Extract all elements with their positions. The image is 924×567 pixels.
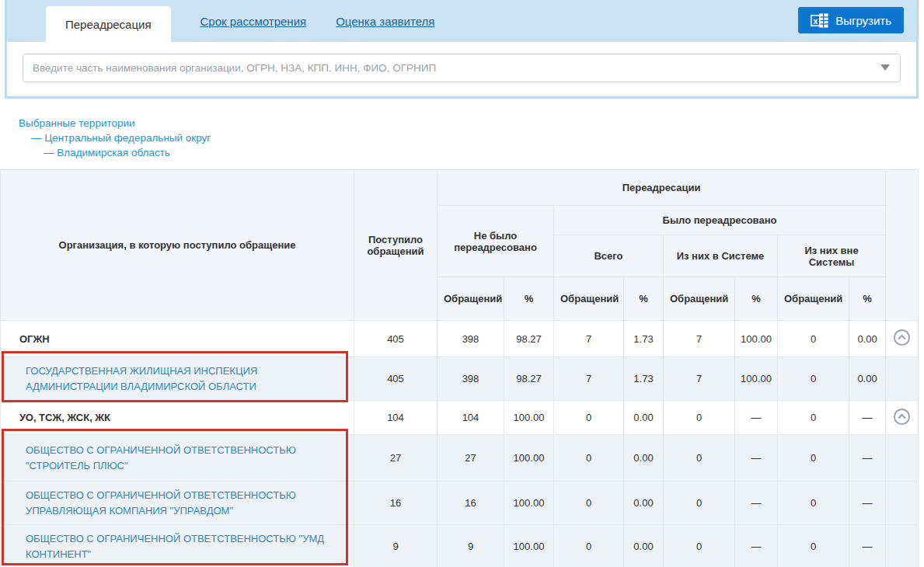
value-cell: 0 xyxy=(778,525,849,567)
value-cell: 16 xyxy=(354,482,438,525)
excel-icon: x xyxy=(811,13,828,28)
collapse-cell xyxy=(886,525,919,567)
value-cell: 0 xyxy=(778,357,849,401)
territory-item-central-district[interactable]: — Центральный федеральный округ xyxy=(19,130,211,145)
org-search-combobox[interactable] xyxy=(23,54,901,82)
header-collapse-column xyxy=(886,170,919,321)
organization-link[interactable]: ОБЩЕСТВО С ОГРАНИЧЕННОЙ ОТВЕТСТВЕННОСТЬЮ… xyxy=(26,444,296,471)
value-cell: — xyxy=(735,401,778,435)
header-appeals: Обращений xyxy=(778,277,849,321)
value-cell: 0 xyxy=(664,525,735,567)
header-percent: % xyxy=(735,277,778,321)
value-cell: 0.00 xyxy=(624,401,664,435)
value-cell: 0.00 xyxy=(624,525,664,567)
territories-title[interactable]: Выбранные территории xyxy=(19,116,211,130)
svg-text:x: x xyxy=(814,16,818,25)
table-row: УО, ТСЖ, ЖСК, ЖК104104100.0000.000—0— xyxy=(1,401,919,435)
table-header: Организация, в которую поступило обращен… xyxy=(1,170,919,321)
value-cell: — xyxy=(849,482,886,525)
value-cell: 9 xyxy=(354,525,438,567)
group-label: УО, ТСЖ, ЖСК, ЖК xyxy=(19,412,110,423)
collapse-up-icon[interactable] xyxy=(893,329,911,346)
value-cell: 405 xyxy=(354,357,438,401)
collapse-cell xyxy=(886,357,919,401)
org-cell: ОБЩЕСТВО С ОГРАНИЧЕННОЙ ОТВЕТСТВЕННОСТЬЮ… xyxy=(1,435,354,482)
value-cell: — xyxy=(735,482,778,525)
value-cell: 100.00 xyxy=(504,482,554,525)
collapse-cell xyxy=(886,321,919,357)
redirection-report-page: Переадресация Срок рассмотрения Оценка з… xyxy=(0,0,924,567)
territory-item-vladimir-region[interactable]: — Владимирская область xyxy=(19,145,211,160)
value-cell: 0 xyxy=(664,435,735,482)
value-cell: 7 xyxy=(664,321,735,357)
search-area xyxy=(7,42,916,82)
dropdown-caret-icon[interactable] xyxy=(880,64,890,71)
value-cell: 1.73 xyxy=(624,357,664,401)
header-org: Организация, в которую поступило обращен… xyxy=(1,170,354,321)
value-cell: 0 xyxy=(664,482,735,525)
org-cell: ОБЩЕСТВО С ОГРАНИЧЕННОЙ ОТВЕТСТВЕННОСТЬЮ… xyxy=(1,525,354,567)
header-total: Всего xyxy=(554,235,664,277)
org-search-input[interactable] xyxy=(23,54,900,82)
table-row: ОБЩЕСТВО С ОГРАНИЧЕННОЙ ОТВЕТСТВЕННОСТЬЮ… xyxy=(1,482,919,525)
value-cell: 104 xyxy=(438,401,504,435)
collapse-cell xyxy=(886,401,919,435)
collapse-cell xyxy=(886,482,919,525)
value-cell: — xyxy=(735,525,778,567)
value-cell: 27 xyxy=(438,435,504,482)
value-cell: 398 xyxy=(438,321,504,357)
value-cell: 0 xyxy=(554,482,624,525)
table-row: ОБЩЕСТВО С ОГРАНИЧЕННОЙ ОТВЕТСТВЕННОСТЬЮ… xyxy=(1,525,919,567)
value-cell: 0.00 xyxy=(849,357,886,401)
value-cell: 7 xyxy=(554,357,624,401)
value-cell: 0.00 xyxy=(624,482,664,525)
header-appeals: Обращений xyxy=(664,277,735,321)
org-cell: ОГЖН xyxy=(1,321,354,357)
value-cell: 100.00 xyxy=(504,401,554,435)
header-percent: % xyxy=(624,277,664,321)
value-cell: 7 xyxy=(554,321,624,357)
header-percent: % xyxy=(504,277,554,321)
org-cell: УО, ТСЖ, ЖСК, ЖК xyxy=(1,401,354,435)
value-cell: 7 xyxy=(664,357,735,401)
value-cell: 0 xyxy=(554,435,624,482)
header-redirections: Переадресации xyxy=(438,170,886,206)
value-cell: 104 xyxy=(354,401,438,435)
value-cell: — xyxy=(849,401,886,435)
value-cell: 16 xyxy=(438,482,504,525)
selected-territories: Выбранные территории — Центральный федер… xyxy=(19,116,211,160)
tab-ocenka-zayavitelya[interactable]: Оценка заявителя xyxy=(336,15,434,28)
value-cell: 9 xyxy=(438,525,504,567)
value-cell: 0.00 xyxy=(624,435,664,482)
value-cell: 100.00 xyxy=(504,525,554,567)
table-row: ОБЩЕСТВО С ОГРАНИЧЕННОЙ ОТВЕТСТВЕННОСТЬЮ… xyxy=(1,435,919,482)
organization-link[interactable]: ОБЩЕСТВО С ОГРАНИЧЕННОЙ ОТВЕТСТВЕННОСТЬЮ… xyxy=(26,533,324,560)
value-cell: 98.27 xyxy=(504,357,554,401)
tab-srok-rassmotreniya[interactable]: Срок рассмотрения xyxy=(200,15,307,28)
value-cell: 398 xyxy=(438,357,504,401)
value-cell: — xyxy=(849,435,886,482)
org-cell: ГОСУДАРСТВЕННАЯ ЖИЛИЩНАЯ ИНСПЕКЦИЯ АДМИН… xyxy=(1,357,354,401)
value-cell: 0.00 xyxy=(849,321,886,357)
table-row: ОГЖН40539898.2771.737100.0000.00 xyxy=(1,321,919,357)
org-cell: ОБЩЕСТВО С ОГРАНИЧЕННОЙ ОТВЕТСТВЕННОСТЬЮ… xyxy=(1,482,354,525)
value-cell: 98.27 xyxy=(504,321,554,357)
organization-link[interactable]: ГОСУДАРСТВЕННАЯ ЖИЛИЩНАЯ ИНСПЕКЦИЯ АДМИН… xyxy=(26,365,257,392)
export-button[interactable]: x Выгрузить xyxy=(798,7,904,33)
value-cell: 1.73 xyxy=(624,321,664,357)
header-out-of-system: Из них вне Системы xyxy=(778,235,886,277)
collapse-up-icon[interactable] xyxy=(893,408,911,426)
table-row: ГОСУДАРСТВЕННАЯ ЖИЛИЩНАЯ ИНСПЕКЦИЯ АДМИН… xyxy=(1,357,919,401)
tab-bar: Переадресация Срок рассмотрения Оценка з… xyxy=(7,0,916,42)
value-cell: 0 xyxy=(664,401,735,435)
value-cell: 0 xyxy=(778,435,849,482)
value-cell: 0 xyxy=(778,482,849,525)
organization-link[interactable]: ОБЩЕСТВО С ОГРАНИЧЕННОЙ ОТВЕТСТВЕННОСТЬЮ… xyxy=(26,489,296,517)
tab-pereadresaciya[interactable]: Переадресация xyxy=(46,6,171,42)
export-button-label: Выгрузить xyxy=(835,14,891,27)
value-cell: — xyxy=(849,525,886,567)
header-not-redirected: Не было переадресовано xyxy=(438,206,554,277)
header-in-system: Из них в Системе xyxy=(664,235,778,277)
group-label: ОГЖН xyxy=(19,333,50,345)
value-cell: 100.00 xyxy=(735,357,778,401)
